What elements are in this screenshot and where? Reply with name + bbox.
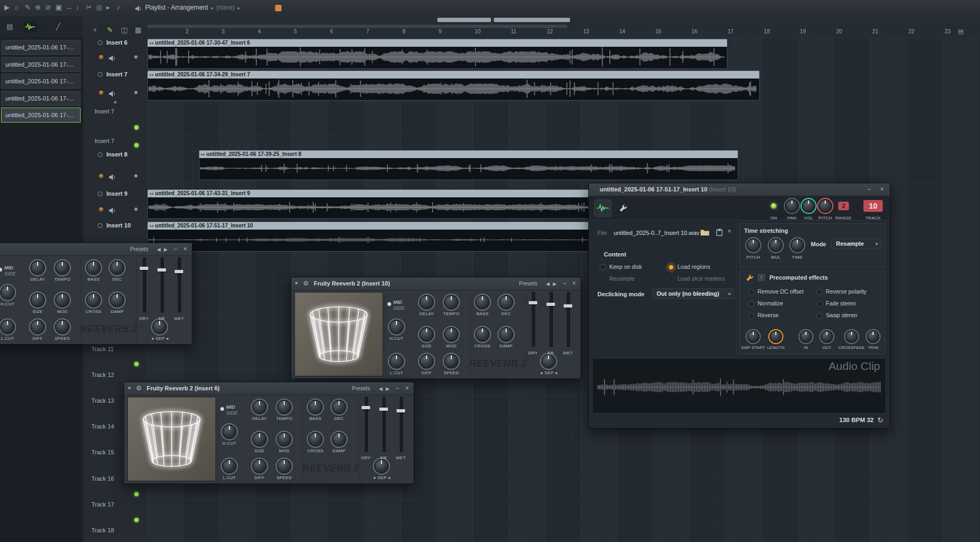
track-name[interactable]: Track 13 bbox=[91, 397, 114, 404]
diff-knob[interactable] bbox=[420, 354, 434, 368]
preset-next-icon[interactable]: ▶ bbox=[386, 386, 390, 391]
smp-start-knob[interactable] bbox=[747, 331, 759, 343]
track-name[interactable]: Track 18 bbox=[91, 527, 114, 533]
mul-stretch-knob[interactable] bbox=[769, 239, 782, 252]
declicking-dropdown[interactable]: Out only (no bleeding) ▸ bbox=[652, 288, 734, 299]
track-led[interactable] bbox=[134, 518, 139, 522]
track-led[interactable] bbox=[134, 362, 139, 366]
folder-icon[interactable] bbox=[701, 229, 709, 238]
track-name[interactable]: Insert 6 bbox=[106, 39, 127, 46]
slice-icon[interactable]: ◫ bbox=[121, 26, 127, 34]
mod-knob[interactable] bbox=[55, 293, 69, 307]
hcut-knob[interactable] bbox=[1, 286, 15, 299]
in-knob[interactable] bbox=[800, 331, 812, 343]
wet-slider-thumb[interactable] bbox=[175, 270, 183, 273]
close-button[interactable]: × bbox=[880, 186, 884, 193]
draw-icon[interactable]: ✎ bbox=[107, 26, 113, 34]
track-dot-icon[interactable] bbox=[134, 208, 138, 211]
audio-clip[interactable]: ↦untitled_2025-01-06 17-30-47_Insert 6 bbox=[147, 39, 727, 69]
clip-header[interactable]: ↦untitled_2025-01-06 17-30-47_Insert 6 bbox=[148, 39, 727, 47]
hcut-knob[interactable] bbox=[222, 425, 236, 439]
bass-knob[interactable] bbox=[308, 400, 322, 414]
wrench-orange-icon[interactable] bbox=[746, 274, 754, 284]
playback-tool-icon[interactable]: ▸ bbox=[106, 3, 110, 12]
time-stretch-knob[interactable] bbox=[791, 239, 804, 252]
picker-item[interactable]: untitled_2025-01-06 17-… bbox=[1, 40, 81, 55]
grid-icon[interactable]: ▦ bbox=[135, 26, 141, 34]
pitch-stretch-knob[interactable] bbox=[747, 239, 760, 252]
lcut-knob[interactable] bbox=[390, 354, 403, 368]
minimize-button[interactable]: − bbox=[395, 384, 399, 392]
damp-knob[interactable] bbox=[499, 327, 513, 341]
track-led[interactable] bbox=[134, 125, 139, 130]
gear-icon[interactable]: ⚙ bbox=[303, 280, 309, 287]
mod-knob[interactable] bbox=[277, 432, 291, 446]
minimize-button[interactable]: − bbox=[563, 280, 566, 287]
trim-knob[interactable] bbox=[867, 331, 879, 343]
bass-knob[interactable] bbox=[87, 261, 100, 275]
pitch-knob[interactable] bbox=[819, 199, 832, 212]
er-slider-thumb[interactable] bbox=[379, 408, 388, 411]
sample-preview[interactable]: Audio Clip bbox=[592, 358, 886, 413]
clip-header[interactable]: ↦untitled_2025-01-06 17-34-29_Insert 7 bbox=[148, 71, 759, 79]
loop-icon[interactable]: ↻ bbox=[877, 416, 883, 424]
close-button[interactable]: × bbox=[405, 384, 409, 392]
window-titlebar[interactable]: untitled_2025-01-06 17-51-17_Insert 10 (… bbox=[589, 183, 890, 196]
scroll-thumb-segment-1[interactable] bbox=[437, 18, 491, 22]
cross-knob[interactable] bbox=[475, 327, 489, 341]
picker-wave-icon[interactable] bbox=[24, 22, 37, 32]
ruler-scroll-thumb[interactable] bbox=[147, 25, 567, 28]
dec-knob[interactable] bbox=[110, 261, 124, 275]
hcut-knob[interactable] bbox=[390, 320, 403, 334]
track-name[interactable]: Insert 7 bbox=[95, 108, 114, 115]
diff-knob[interactable] bbox=[31, 320, 45, 334]
apply-up-icon[interactable]: ↑ bbox=[758, 274, 765, 281]
cut-tool-icon[interactable]: ✂ bbox=[86, 3, 92, 12]
mod-knob[interactable] bbox=[444, 327, 458, 341]
track-mute-knob[interactable] bbox=[98, 54, 104, 60]
track-mute-knob[interactable] bbox=[98, 173, 104, 179]
cross-knob[interactable] bbox=[308, 432, 322, 446]
minimize-button[interactable]: − bbox=[867, 186, 871, 193]
mid-side-toggle[interactable] bbox=[220, 407, 224, 411]
h-scroll-icon[interactable]: ↔ bbox=[66, 3, 73, 12]
damp-knob[interactable] bbox=[332, 432, 346, 446]
option-reverse[interactable] bbox=[748, 313, 754, 319]
disclosure-icon[interactable]: ▸ bbox=[296, 280, 298, 286]
dry-slider[interactable] bbox=[365, 397, 368, 452]
audio-clip[interactable]: ↦untitled_2025-01-06 17-34-29_Insert 7 bbox=[147, 70, 760, 101]
er-slider-thumb[interactable] bbox=[546, 303, 555, 306]
lcut-knob[interactable] bbox=[1, 320, 15, 334]
preset-prev-icon[interactable]: ◀ bbox=[379, 386, 383, 391]
track-led[interactable] bbox=[134, 492, 139, 496]
slide-icon[interactable]: ╱ bbox=[56, 23, 60, 31]
scroll-thumb-segment-2[interactable] bbox=[494, 18, 570, 22]
ban-tool-icon[interactable]: ⊘ bbox=[45, 3, 51, 12]
audio-clip[interactable]: ↦untitled_2025-01-06 17-39-25_Insert 8 bbox=[199, 150, 738, 180]
track-name[interactable]: Track 12 bbox=[91, 372, 114, 378]
tempo-knob[interactable] bbox=[444, 295, 458, 309]
damp-knob[interactable] bbox=[110, 293, 124, 307]
disclosure-icon[interactable]: ▸ bbox=[128, 384, 131, 390]
track-badge[interactable]: 10 bbox=[863, 200, 883, 212]
out-knob[interactable] bbox=[821, 331, 833, 343]
channel-on-led[interactable] bbox=[771, 203, 776, 209]
wet-slider-thumb[interactable] bbox=[397, 409, 405, 412]
track-dot-icon[interactable] bbox=[134, 91, 138, 94]
mid-side-toggle[interactable] bbox=[0, 268, 2, 272]
wet-slider[interactable] bbox=[400, 397, 403, 452]
picker-item[interactable]: untitled_2025-01-06 17-… bbox=[1, 74, 81, 89]
picker-item[interactable]: untitled_2025-01-06 17-… bbox=[1, 57, 81, 72]
er-slider[interactable] bbox=[550, 292, 553, 347]
close-button[interactable]: × bbox=[183, 245, 187, 253]
dry-slider-thumb[interactable] bbox=[362, 406, 370, 409]
option-remove-dc-offset[interactable] bbox=[748, 289, 754, 295]
option-normalize[interactable] bbox=[748, 301, 754, 307]
er-slider-thumb[interactable] bbox=[157, 268, 166, 272]
er-slider[interactable] bbox=[383, 397, 386, 452]
dec-knob[interactable] bbox=[332, 400, 346, 414]
mute-tool-icon[interactable]: ▣ bbox=[55, 3, 62, 12]
zoom-tool-icon[interactable]: ◎ bbox=[96, 3, 102, 12]
er-slider[interactable] bbox=[161, 258, 164, 312]
tempo-knob[interactable] bbox=[277, 400, 291, 414]
